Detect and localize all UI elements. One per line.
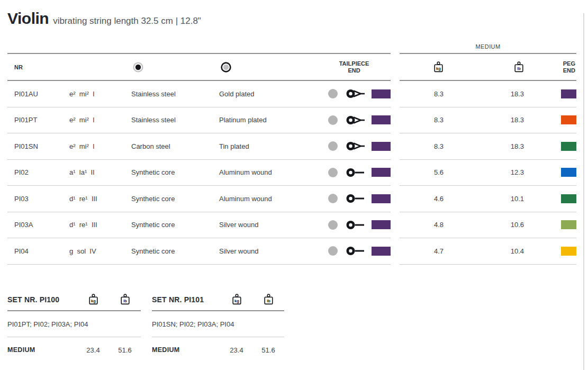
lb-weight-icon: lb — [444, 61, 524, 73]
set-gauge-label: MEDIUM — [7, 346, 77, 354]
kg-weight-icon: kg — [221, 294, 252, 305]
tension-kg: 4.7 — [400, 247, 444, 255]
tension-lb: 18.3 — [444, 116, 524, 124]
ball-end-icon — [346, 246, 365, 256]
string-core: Synthetic core — [131, 247, 219, 255]
set-lb-value: 51.6 — [109, 346, 141, 354]
string-notes: d¹ re¹ III — [69, 195, 131, 203]
kg-unit-label: kg — [234, 299, 239, 303]
tailpiece-color-swatch — [372, 194, 391, 203]
tailpiece-color-swatch — [372, 142, 391, 151]
winding-dot-icon — [328, 220, 338, 230]
string-winding: Aluminum wound — [219, 168, 328, 176]
peg-end-line2: END — [524, 67, 575, 74]
string-notes: d¹ re¹ III — [69, 221, 131, 229]
tailpiece-color-swatch — [372, 247, 391, 256]
kg-weight-icon: kg — [77, 294, 109, 305]
string-core: Synthetic core — [131, 195, 219, 203]
page-subtitle: vibrating string length 32.5 cm | 12.8" — [53, 16, 201, 26]
table-row-pi02: PI02 a¹ la¹ II Synthetic core Aluminum w… — [7, 160, 391, 186]
gauge-column-label: MEDIUM — [400, 43, 576, 50]
string-winding: Gold plated — [219, 90, 328, 98]
tailpiece-color-swatch — [372, 220, 391, 229]
nr-column-header: NR — [14, 64, 23, 70]
lb-unit-label: lb — [123, 299, 127, 303]
string-core: Stainless steel — [131, 90, 219, 98]
table-row-pi01sn: PI01SN e² mi² I Carbon steel Tin plated — [7, 133, 391, 160]
string-winding: Aluminum wound — [219, 195, 328, 203]
strings-table: NR TAILPIECE END PI01AU e² mi² I Stainle… — [7, 53, 391, 265]
tailpiece-end-line1: TAILPIECE — [322, 60, 386, 67]
tension-row-pi01au: 8.3 18.3 — [400, 81, 576, 107]
core-icon — [133, 62, 143, 73]
table-row-pi01pt: PI01PT e² mi² I Stainless steel Platinum… — [7, 107, 391, 134]
tension-lb: 18.3 — [444, 142, 524, 150]
set-lb-value: 51.6 — [252, 346, 284, 354]
tension-row-pi01pt: 8.3 18.3 — [400, 107, 576, 134]
string-nr: PI01PT — [14, 116, 69, 124]
string-core: Synthetic core — [131, 168, 219, 176]
tension-kg: 4.6 — [400, 195, 444, 203]
set-kg-value: 23.4 — [221, 346, 252, 354]
winding-dot-icon — [328, 194, 338, 203]
page-header: Violin vibrating string length 32.5 cm |… — [7, 10, 201, 28]
string-nr: PI01SN — [14, 142, 69, 150]
string-notes: e² mi² I — [69, 116, 131, 124]
string-notes: a¹ la¹ II — [69, 168, 131, 176]
set-box-pi101: SET NR. PI101 kg lb PI01SN; PI02; PI03A;… — [152, 288, 284, 363]
winding-dot-icon — [328, 246, 338, 256]
string-nr: PI03 — [14, 195, 69, 203]
string-nr: PI03A — [14, 221, 69, 229]
ball-end-loop-icon — [346, 88, 365, 99]
tailpiece-color-swatch — [372, 89, 391, 98]
tension-lb: 10.6 — [444, 221, 524, 229]
peg-color-swatch — [561, 142, 576, 151]
page-title: Violin — [7, 10, 49, 28]
string-winding: Silver wound — [219, 247, 328, 255]
string-nr: PI04 — [14, 247, 69, 255]
ball-end-loop-icon — [346, 115, 365, 125]
tailpiece-color-swatch — [372, 168, 391, 177]
table-row-pi01au: PI01AU e² mi² I Stainless steel Gold pla… — [7, 81, 391, 107]
tailpiece-end-line2: END — [322, 67, 386, 74]
scrollbar-track[interactable] — [583, 13, 584, 370]
set-title: SET NR. PI101 — [152, 295, 221, 304]
set-contents: PI01PT; PI02; PI03A; PI04 — [7, 311, 141, 337]
tailpiece-color-swatch — [372, 115, 391, 124]
peg-end-line1: PEG — [524, 60, 575, 67]
string-core: Carbon steel — [131, 142, 219, 150]
string-core: Stainless steel — [131, 116, 219, 124]
string-notes: e² mi² I — [69, 142, 131, 150]
string-nr: PI02 — [14, 168, 69, 176]
kg-unit-label: kg — [436, 66, 441, 71]
lb-weight-icon: lb — [109, 294, 141, 305]
ball-end-icon — [346, 220, 365, 230]
peg-color-swatch — [561, 89, 576, 98]
peg-color-swatch — [561, 168, 576, 177]
peg-end-column-header: PEG END — [524, 60, 576, 74]
tension-row-pi02: 5.6 12.3 — [400, 160, 576, 186]
set-title-row: SET NR. PI100 kg lb — [7, 288, 141, 311]
tension-row-pi03: 4.6 10.1 — [400, 186, 576, 212]
peg-color-swatch — [561, 247, 576, 256]
string-winding: Platinum plated — [219, 116, 328, 124]
ball-end-loop-icon — [346, 141, 365, 151]
kg-weight-icon: kg — [400, 61, 444, 73]
lb-unit-label: lb — [517, 66, 521, 71]
set-contents: PI01SN; PI02; PI03A; PI04 — [152, 311, 284, 337]
tension-lb: 12.3 — [444, 168, 524, 176]
tension-table-header: kg lb PEG END — [400, 53, 576, 81]
set-box-pi100: SET NR. PI100 kg lb PI01PT; PI02; PI03A;… — [7, 288, 141, 363]
tension-kg: 8.3 — [400, 116, 444, 124]
set-gauge-row: MEDIUM 23.4 51.6 — [7, 337, 141, 363]
tension-row-pi03a: 4.8 10.6 — [400, 212, 576, 239]
set-title: SET NR. PI100 — [7, 295, 77, 304]
string-nr: PI01AU — [14, 90, 69, 98]
winding-icon — [221, 62, 231, 73]
tension-row-pi01sn: 8.3 18.3 — [400, 133, 576, 160]
string-winding: Silver wound — [219, 221, 328, 229]
strings-table-header: NR TAILPIECE END — [7, 53, 391, 81]
peg-color-swatch — [561, 194, 576, 203]
winding-dot-icon — [328, 115, 338, 125]
ball-end-icon — [346, 167, 365, 178]
